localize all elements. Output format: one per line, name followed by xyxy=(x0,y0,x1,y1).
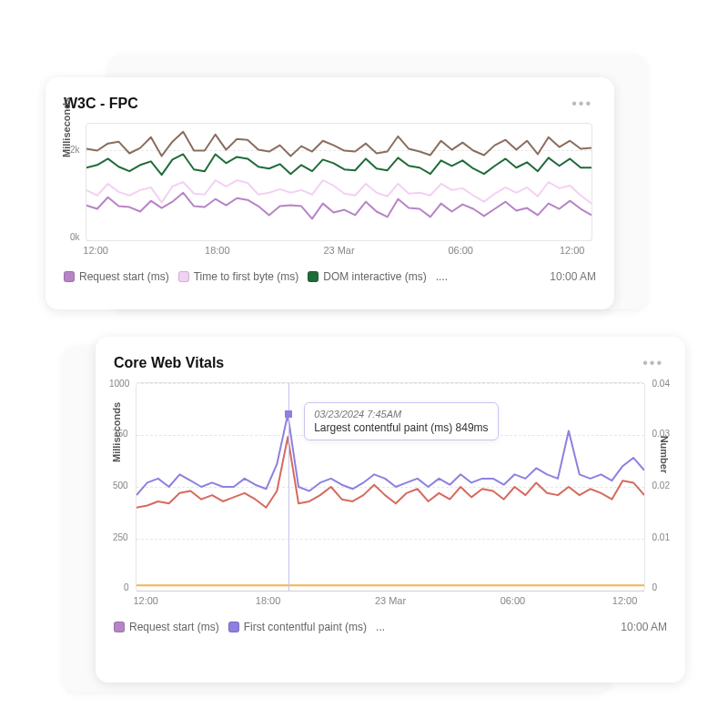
y-tick-right: 0 xyxy=(652,582,657,592)
chart-w3c-fpc[interactable]: Milliseconds 2k 0k xyxy=(86,123,592,241)
x-tick: 06:00 xyxy=(500,595,526,606)
x-tick: 23 Mar xyxy=(323,245,354,256)
swatch-icon xyxy=(228,622,239,632)
tooltip-value: Largest contentful paint (ms) 849ms xyxy=(314,421,488,434)
legend-item: DOM interactive (ms) xyxy=(308,270,426,283)
legend-item: First contentful paint (ms) xyxy=(228,621,367,633)
y-tick: 1000 xyxy=(109,379,129,389)
y-tick: 0k xyxy=(70,232,80,242)
x-tick: 12:00 xyxy=(133,595,158,606)
swatch-icon xyxy=(178,271,189,282)
x-axis-ticks: 12:00 18:00 23 Mar 06:00 12:00 xyxy=(136,595,645,610)
x-tick: 12:00 xyxy=(612,595,638,606)
x-tick: 18:00 xyxy=(205,245,230,256)
legend-item: Time to first byte (ms) xyxy=(178,270,299,283)
x-tick: 12:00 xyxy=(83,245,108,256)
legend: Request start (ms) Time to first byte (m… xyxy=(64,270,596,283)
legend-item: Request start (ms) xyxy=(64,270,169,283)
more-menu-icon[interactable]: ••• xyxy=(639,353,667,373)
card-title: W3C - FPC xyxy=(64,96,138,112)
x-axis-ticks: 12:00 18:00 23 Mar 06:00 12:00 xyxy=(86,245,592,259)
swatch-icon xyxy=(64,271,75,282)
x-tick: 23 Mar xyxy=(375,595,406,606)
y-tick: 500 xyxy=(113,480,128,490)
card-header: W3C - FPC ••• xyxy=(64,94,596,114)
card-title: Core Web Vitals xyxy=(114,355,224,371)
card-timestamp: 10:00 AM xyxy=(621,621,667,633)
x-tick: 12:00 xyxy=(560,245,585,256)
tooltip-timestamp: 03/23/2024 7:45AM xyxy=(314,409,488,420)
swatch-icon xyxy=(114,622,125,632)
legend-label: First contentful paint (ms) xyxy=(244,621,367,633)
card-header: Core Web Vitals ••• xyxy=(114,353,667,373)
legend-label: Request start (ms) xyxy=(79,270,169,283)
legend-label: Request start (ms) xyxy=(129,621,219,633)
legend-label: Time to first byte (ms) xyxy=(194,270,299,283)
chart-core-web-vitals[interactable]: Milliseconds Number 1000 750 500 250 0 0… xyxy=(136,382,645,592)
crosshair-marker-icon xyxy=(285,410,292,418)
y-axis-label-right: Number xyxy=(659,436,670,474)
x-tick: 18:00 xyxy=(256,595,281,606)
more-menu-icon[interactable]: ••• xyxy=(568,94,596,114)
legend-more: .... xyxy=(436,270,448,283)
y-tick: 750 xyxy=(113,429,128,439)
card-timestamp: 10:00 AM xyxy=(550,270,596,283)
legend-label: DOM interactive (ms) xyxy=(323,270,426,283)
y-tick: 250 xyxy=(113,532,128,542)
legend-more: ... xyxy=(376,621,385,633)
chart-tooltip: 03/23/2024 7:45AM Largest contentful pai… xyxy=(304,402,498,440)
swatch-icon xyxy=(308,271,318,282)
y-tick-right: 0.01 xyxy=(652,532,670,542)
y-tick: 0 xyxy=(124,582,129,592)
line-chart-svg xyxy=(86,124,592,240)
card-core-web-vitals: Core Web Vitals ••• Milliseconds Number … xyxy=(96,337,685,682)
y-tick-right: 0.02 xyxy=(652,480,670,490)
x-tick: 06:00 xyxy=(448,245,473,256)
y-tick-right: 0.03 xyxy=(652,429,670,439)
legend-item: Request start (ms) xyxy=(114,621,219,633)
y-tick-right: 0.04 xyxy=(652,379,670,389)
y-tick: 2k xyxy=(70,145,80,155)
legend: Request start (ms) First contentful pain… xyxy=(114,621,667,633)
card-w3c-fpc: W3C - FPC ••• Milliseconds 2k 0k 12:00 1… xyxy=(46,77,614,309)
